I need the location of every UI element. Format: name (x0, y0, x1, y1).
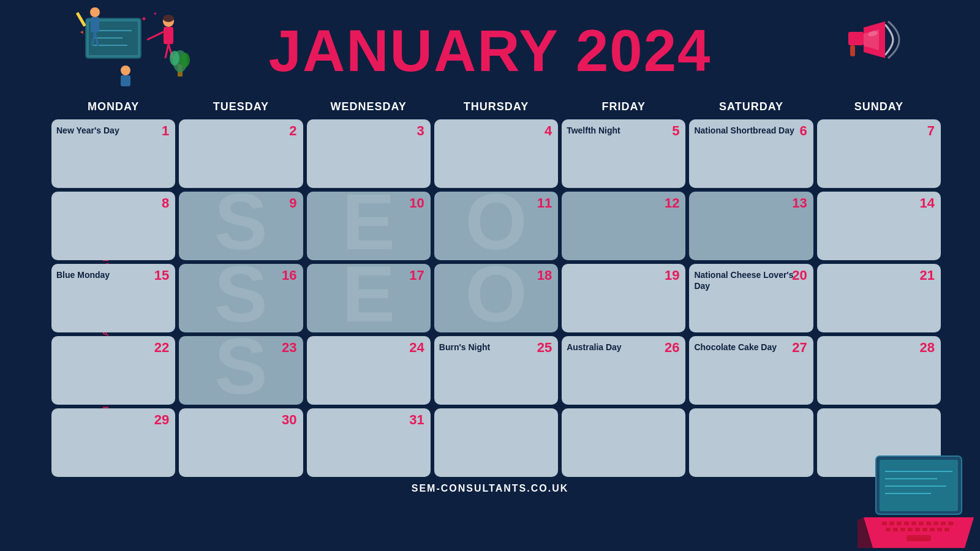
svg-rect-29 (850, 45, 855, 56)
calendar-grid: 1New Year's Day2345Twelfth Night6Nationa… (49, 119, 943, 477)
calendar-cell: S23 (179, 336, 303, 405)
calendar-cell: O11 (434, 192, 558, 260)
svg-rect-48 (886, 528, 891, 531)
cell-event: Chocolate Cake Day (694, 342, 808, 353)
svg-point-20 (121, 66, 130, 75)
calendar-cell: 8 (51, 192, 175, 260)
calendar-cell: 30 (179, 408, 303, 477)
header: ✦ ✦ ✦ (0, 0, 980, 98)
calendar-cell: 7 (817, 119, 941, 188)
cell-number: 12 (665, 195, 679, 211)
day-headers: MONDAY TUESDAY WEDNESDAY THURSDAY FRIDAY… (49, 98, 943, 116)
svg-rect-9 (91, 17, 99, 32)
svg-line-17 (165, 44, 168, 58)
cell-number: 7 (927, 123, 935, 139)
cell-number: 11 (537, 195, 552, 211)
cell-number: 31 (409, 412, 424, 428)
cell-number: 16 (282, 268, 296, 283)
cell-event: Twelfth Night (567, 126, 680, 137)
svg-marker-13 (80, 31, 85, 35)
cell-number: 23 (282, 340, 296, 356)
calendar-cell: 3 (307, 119, 431, 188)
svg-rect-51 (908, 528, 913, 531)
svg-rect-44 (926, 522, 931, 525)
calendar-cell: 31 (307, 408, 431, 477)
cell-event: National Cheese Lover's Day (694, 270, 808, 291)
calendar-container: MONDAY TUESDAY WEDNESDAY THURSDAY FRIDAY… (12, 98, 980, 477)
cell-number: 24 (409, 340, 424, 356)
calendar-cell: 26Australia Day (562, 336, 685, 405)
svg-rect-41 (904, 522, 909, 525)
calendar-cell: 20National Cheese Lover's Day (689, 264, 813, 332)
svg-rect-56 (944, 528, 949, 531)
calendar-cell: 4 (434, 119, 558, 188)
calendar-cell: 29 (51, 408, 175, 477)
svg-rect-54 (930, 528, 935, 531)
cell-event: Blue Monday (56, 270, 170, 281)
calendar-cell: 1New Year's Day (51, 119, 175, 188)
svg-point-24 (170, 51, 179, 66)
svg-marker-37 (864, 517, 974, 548)
calendar-cell: 2 (179, 119, 303, 188)
day-header-saturday: SATURDAY (689, 98, 813, 116)
illustration-left: ✦ ✦ ✦ (74, 6, 196, 92)
calendar-cell: 22 (51, 336, 175, 405)
cell-number: 19 (665, 268, 679, 283)
cell-number: 13 (792, 195, 807, 211)
svg-rect-26 (848, 32, 864, 45)
calendar-cell: E10 (307, 192, 431, 260)
svg-rect-47 (948, 522, 953, 525)
calendar-cell: 6National Shortbread Day (689, 119, 813, 188)
day-header-friday: FRIDAY (562, 98, 685, 116)
cell-event: Burn's Night (439, 342, 553, 353)
svg-point-16 (163, 15, 174, 22)
cell-number: 29 (154, 412, 169, 428)
calendar-wrapper: 1New Year's Day2345Twelfth Night6Nationa… (49, 119, 943, 477)
cell-number: 22 (154, 340, 169, 356)
cell-number: 26 (665, 340, 679, 356)
day-header-thursday: THURSDAY (434, 98, 558, 116)
calendar-cell: 19 (562, 264, 685, 332)
cell-number: 4 (545, 123, 552, 139)
day-header-monday: MONDAY (51, 98, 175, 116)
cell-number: 8 (162, 195, 169, 211)
svg-point-8 (90, 7, 100, 17)
calendar-cell: 28 (817, 336, 941, 405)
page-title: JANUARY 2024 (269, 21, 712, 80)
calendar-cell: O18 (434, 264, 558, 332)
calendar-cell: E17 (307, 264, 431, 332)
day-header-sunday: SUNDAY (817, 98, 941, 116)
svg-rect-39 (889, 522, 894, 525)
day-header-tuesday: TUESDAY (179, 98, 303, 116)
svg-text:✦: ✦ (153, 11, 157, 17)
calendar-cell: 24 (307, 336, 431, 405)
calendar-cell (434, 408, 558, 477)
calendar-cell: 27Chocolate Cake Day (689, 336, 813, 405)
calendar-cell (562, 408, 685, 477)
calendar-cell: 13 (689, 192, 813, 260)
calendar-cell: 5Twelfth Night (562, 119, 685, 188)
calendar-cell: S9 (179, 192, 303, 260)
svg-rect-12 (76, 12, 86, 27)
cell-number: 3 (417, 123, 424, 139)
svg-text:✦: ✦ (141, 15, 147, 23)
cell-number: 5 (672, 123, 679, 139)
svg-rect-45 (933, 522, 938, 525)
svg-line-19 (147, 32, 164, 40)
illustration-right (845, 12, 907, 73)
laptop-illustration (858, 453, 980, 551)
cell-event: Australia Day (567, 342, 680, 353)
calendar-cell: 21 (817, 264, 941, 332)
cell-number: 14 (920, 195, 935, 211)
cell-number: 15 (154, 268, 169, 283)
calendar-cell: S16 (179, 264, 303, 332)
cell-number: 17 (409, 268, 424, 283)
day-header-wednesday: WEDNESDAY (307, 98, 431, 116)
cell-number: 1 (162, 123, 169, 139)
calendar-cell: 12 (562, 192, 685, 260)
cell-number: 18 (537, 268, 552, 283)
svg-rect-21 (121, 75, 130, 86)
svg-rect-57 (907, 535, 931, 541)
svg-rect-49 (893, 528, 898, 531)
svg-rect-50 (900, 528, 905, 531)
